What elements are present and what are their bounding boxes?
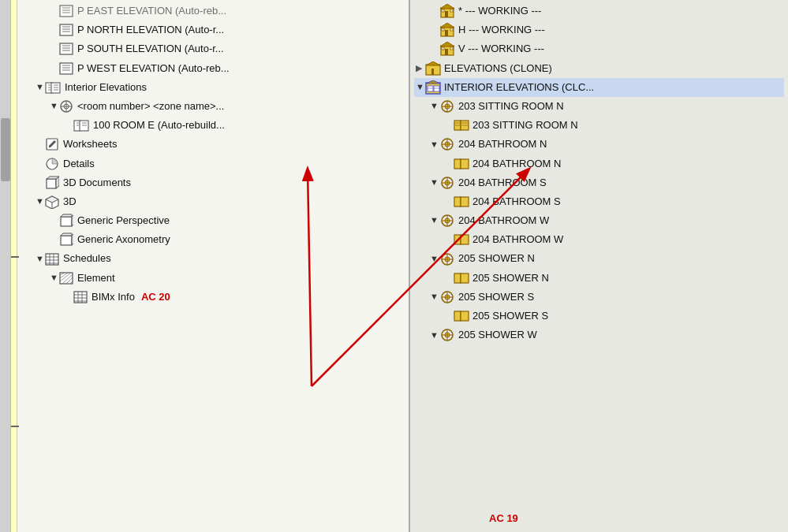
item-label: 100 ROOM E (Auto-rebuild...: [93, 118, 225, 132]
svg-rect-112: [454, 197, 461, 206]
worksheets-item[interactable]: Worksheets: [21, 135, 405, 154]
svg-rect-119: [461, 235, 469, 244]
item-label: Worksheets: [63, 137, 117, 151]
list-item[interactable]: ▼ 203 SITTING ROOM N: [414, 97, 784, 116]
list-item[interactable]: ▼ 205 SHOWER N: [414, 249, 784, 268]
element-item[interactable]: ▼ Element: [21, 269, 405, 288]
list-item[interactable]: P WEST ELEVATION (Auto-reb...: [21, 59, 405, 78]
svg-rect-107: [461, 159, 469, 169]
item-label: 205 SHOWER N: [458, 251, 535, 266]
svg-marker-84: [426, 61, 440, 65]
list-item[interactable]: 204 BATHROOM W: [414, 230, 784, 249]
toggle-icon: ▼: [430, 214, 438, 226]
3d-folder-item[interactable]: ▼ 3D: [21, 192, 405, 211]
schedules-item[interactable]: ▼ Schedules: [21, 249, 405, 268]
list-item[interactable]: P EAST ELEVATION (Auto-reb...: [21, 2, 405, 20]
folder-home-icon: [425, 61, 441, 76]
list-item[interactable]: * --- WORKING ---: [414, 2, 784, 20]
list-item[interactable]: 205 SHOWER S: [414, 307, 784, 326]
target2-icon: [439, 137, 455, 151]
target2-icon: [439, 252, 455, 266]
schedule-icon: [45, 253, 59, 266]
svg-rect-125: [461, 273, 469, 283]
3d-docs-icon: [45, 176, 59, 190]
elevation-folder-icon: [73, 119, 89, 132]
svg-rect-130: [454, 311, 461, 321]
3d-documents-item[interactable]: 3D Documents: [21, 173, 405, 192]
svg-marker-69: [440, 4, 454, 9]
toggle-icon: ▼: [430, 329, 438, 341]
toggle-icon: ▶: [416, 62, 424, 74]
svg-rect-124: [454, 273, 461, 283]
svg-marker-44: [61, 214, 72, 217]
toggle-icon: ▼: [430, 253, 438, 265]
svg-rect-17: [51, 83, 60, 93]
list-item[interactable]: ▼ 205 SHOWER S: [414, 288, 784, 307]
item-label: 204 BATHROOM S: [472, 195, 561, 209]
list-item[interactable]: H --- WORKING ---: [414, 20, 784, 39]
elev-rect-icon: [454, 158, 469, 170]
svg-rect-76: [442, 28, 444, 31]
svg-rect-70: [445, 11, 448, 17]
toggle-icon: ▼: [50, 272, 58, 284]
list-item[interactable]: ▼ 204 BATHROOM W: [414, 211, 784, 230]
item-label: Generic Axonometry: [77, 233, 170, 247]
details-item[interactable]: Details: [21, 154, 405, 173]
generic-axonometry-item[interactable]: Generic Axonometry: [21, 230, 405, 249]
list-item[interactable]: ▼ 205 SHOWER W: [414, 326, 784, 344]
item-label: 205 SHOWER W: [458, 328, 537, 342]
bimx-info-item[interactable]: BIMx Info AC 20: [21, 288, 405, 307]
list-item[interactable]: ▼ 204 BATHROOM N: [414, 135, 784, 154]
target2-icon: [439, 176, 455, 190]
list-item[interactable]: 100 ROOM E (Auto-rebuild...: [21, 116, 405, 135]
target-icon: [59, 99, 73, 113]
svg-rect-89: [434, 86, 439, 91]
perspective-icon: [59, 214, 73, 228]
yellow-bar: [11, 0, 17, 532]
list-item[interactable]: ▼ Interior Elevations: [21, 78, 405, 97]
left-tree: P EAST ELEVATION (Auto-reb... P NORTH EL…: [17, 0, 409, 532]
list-item[interactable]: 204 BATHROOM S: [414, 192, 784, 211]
svg-rect-43: [61, 217, 72, 226]
toggle-icon: ▼: [430, 100, 438, 112]
list-item[interactable]: P SOUTH ELEVATION (Auto-r...: [21, 39, 405, 58]
toggle-icon: ▼: [430, 177, 438, 188]
svg-rect-4: [60, 24, 73, 35]
svg-rect-46: [61, 236, 72, 245]
list-item[interactable]: 204 BATHROOM N: [414, 154, 784, 173]
target2-icon: [439, 328, 455, 342]
bimx-icon: [73, 291, 88, 303]
list-item[interactable]: ▼ 204 BATHROOM S: [414, 173, 784, 192]
item-label: 205 SHOWER N: [472, 271, 549, 285]
elevation-icon: [59, 5, 73, 17]
list-item[interactable]: 205 SHOWER N: [414, 269, 784, 288]
svg-rect-118: [454, 235, 461, 244]
svg-rect-106: [454, 159, 461, 169]
svg-marker-47: [61, 233, 72, 236]
list-item[interactable]: 203 SITTING ROOM N: [414, 116, 784, 135]
list-item[interactable]: P NORTH ELEVATION (Auto-r...: [21, 20, 405, 39]
elev-rect-icon: [454, 310, 469, 322]
left-scrollbar[interactable]: [0, 0, 11, 532]
list-item[interactable]: V --- WORKING ---: [414, 39, 784, 58]
interior-elevations-clone-item[interactable]: ▼ INTERIOR ELEVATIONS (CLC...: [414, 78, 784, 97]
item-label: ELEVATIONS (CLONE): [444, 61, 552, 76]
item-label: P SOUTH ELEVATION (Auto-r...: [77, 42, 224, 56]
svg-rect-80: [445, 49, 448, 55]
svg-rect-8: [60, 43, 73, 54]
elev-rect-icon: [454, 233, 469, 246]
svg-marker-79: [440, 42, 454, 47]
item-label: 3D: [63, 195, 77, 209]
item-label: Generic Perspective: [77, 214, 170, 228]
3d-icon: [45, 195, 59, 209]
item-label: 204 BATHROOM S: [458, 176, 547, 190]
scrollbar-thumb[interactable]: [1, 118, 10, 181]
item-label: <room number> <zone name>...: [77, 99, 224, 113]
list-item[interactable]: ▼ <room number> <zone name>...: [21, 97, 405, 116]
svg-rect-113: [461, 197, 469, 206]
elevations-clone-item[interactable]: ▶ ELEVATIONS (CLONE): [414, 59, 784, 78]
target2-icon: [439, 99, 455, 113]
item-label: Interior Elevations: [65, 80, 147, 95]
item-label: P NORTH ELEVATION (Auto-r...: [77, 23, 224, 37]
generic-perspective-item[interactable]: Generic Perspective: [21, 211, 405, 230]
